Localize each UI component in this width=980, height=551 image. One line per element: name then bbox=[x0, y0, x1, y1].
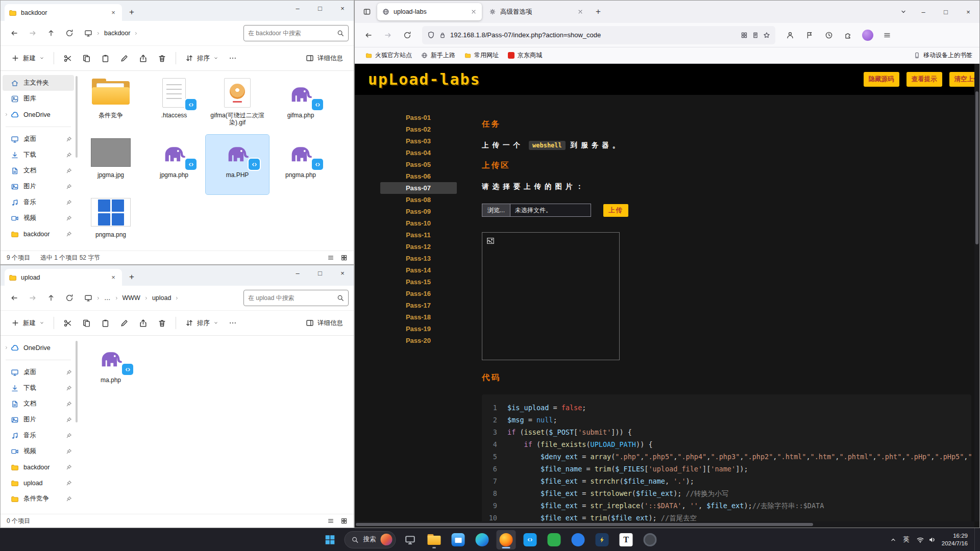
tracking-protection-icon[interactable] bbox=[427, 31, 435, 39]
breadcrumb-item[interactable]: … bbox=[104, 294, 111, 302]
new-tab-button[interactable]: + bbox=[125, 270, 138, 284]
profile-avatar[interactable] bbox=[859, 27, 876, 44]
share-button[interactable] bbox=[134, 315, 152, 331]
tab-upload-labs[interactable]: upload-labs bbox=[377, 3, 482, 20]
sidebar-item-音乐[interactable]: 音乐 bbox=[3, 428, 74, 443]
file-ma.php[interactable]: ma.php bbox=[79, 340, 142, 399]
taskbar-app-dark-app[interactable] bbox=[641, 530, 660, 549]
breadcrumb-item[interactable]: WWW bbox=[122, 294, 140, 302]
search-box[interactable] bbox=[243, 290, 349, 306]
address-bar[interactable] bbox=[422, 26, 775, 44]
expand-chevron-icon[interactable] bbox=[4, 112, 9, 117]
pocket-button[interactable] bbox=[801, 27, 818, 44]
cut-button[interactable] bbox=[59, 51, 77, 66]
forward-button[interactable] bbox=[379, 27, 397, 44]
nav-pass-02[interactable]: Pass-02 bbox=[380, 123, 457, 135]
view-hint-button[interactable]: 查看提示 bbox=[906, 72, 942, 87]
nav-pass-03[interactable]: Pass-03 bbox=[380, 135, 457, 147]
hide-source-button[interactable]: 隐藏源码 bbox=[864, 72, 899, 87]
clock[interactable]: 16:29 2024/7/16 bbox=[942, 532, 968, 547]
rename-button[interactable] bbox=[115, 315, 133, 331]
new-tab-button[interactable]: + bbox=[125, 6, 138, 19]
nav-pass-16[interactable]: Pass-16 bbox=[380, 288, 457, 299]
details-view-icon[interactable] bbox=[327, 254, 334, 261]
close-button[interactable]: × bbox=[331, 265, 354, 281]
new-button[interactable]: 新建 bbox=[7, 315, 49, 331]
language-indicator[interactable]: 英 bbox=[900, 535, 913, 544]
maximize-button[interactable]: □ bbox=[935, 1, 957, 23]
file-jpgma.jpg[interactable]: jpgma.jpg bbox=[79, 135, 142, 194]
bookmark-star-icon[interactable] bbox=[763, 32, 770, 39]
taskbar-app-bolt-app[interactable] bbox=[593, 530, 612, 549]
nav-pass-06[interactable]: Pass-06 bbox=[380, 170, 457, 182]
scrollbar-thumb[interactable] bbox=[975, 91, 978, 244]
taskbar-app-firefox[interactable] bbox=[497, 530, 516, 549]
nav-pass-12[interactable]: Pass-12 bbox=[380, 241, 457, 253]
file-gifma(可绕过二次渲染).gif[interactable]: gifma(可绕过二次渲染).gif bbox=[206, 75, 269, 135]
bookmark-京东商城[interactable]: 京东商城 bbox=[504, 49, 546, 62]
explorer-tab-backdoor[interactable]: backdoor × bbox=[5, 4, 122, 21]
sort-button[interactable]: 排序 bbox=[181, 51, 223, 66]
tab-close-icon[interactable] bbox=[577, 9, 583, 15]
maximize-button[interactable]: □ bbox=[309, 1, 331, 16]
volume-icon[interactable] bbox=[928, 536, 936, 544]
start-button[interactable] bbox=[321, 530, 340, 549]
close-button[interactable]: × bbox=[331, 1, 354, 16]
sidebar-item-图片[interactable]: 图片 bbox=[3, 412, 74, 428]
taskbar-app-file-explorer[interactable] bbox=[425, 530, 444, 549]
up-button[interactable] bbox=[42, 25, 60, 41]
taskbar-app-blue-app[interactable] bbox=[569, 530, 588, 549]
nav-pass-01[interactable]: Pass-01 bbox=[380, 112, 457, 123]
nav-pass-19[interactable]: Pass-19 bbox=[380, 323, 457, 335]
browse-button[interactable]: 浏览... bbox=[482, 204, 510, 216]
search-input[interactable] bbox=[248, 294, 337, 302]
bookmark-新手上路[interactable]: 新手上路 bbox=[418, 49, 459, 62]
more-button[interactable] bbox=[224, 51, 241, 66]
nav-pass-11[interactable]: Pass-11 bbox=[380, 229, 457, 241]
sidebar-item-桌面[interactable]: 桌面 bbox=[3, 364, 74, 380]
up-button[interactable] bbox=[42, 290, 60, 306]
back-button[interactable] bbox=[360, 27, 377, 44]
nav-pass-09[interactable]: Pass-09 bbox=[380, 206, 457, 217]
reader-mode-icon[interactable] bbox=[752, 32, 759, 39]
sidebar-scrollbar[interactable] bbox=[76, 76, 78, 158]
qr-scan-icon[interactable] bbox=[741, 32, 748, 39]
new-button[interactable]: 新建 bbox=[7, 51, 49, 66]
taskbar-app-edge[interactable] bbox=[473, 530, 492, 549]
close-button[interactable]: × bbox=[957, 1, 979, 23]
nav-pass-17[interactable]: Pass-17 bbox=[380, 299, 457, 311]
share-button[interactable] bbox=[134, 51, 152, 66]
scrollbar-thumb[interactable] bbox=[356, 523, 813, 526]
minimize-button[interactable]: – bbox=[286, 1, 309, 16]
taskbar-app-microsoft-store[interactable] bbox=[449, 530, 468, 549]
file-gifma.php[interactable]: gifma.php bbox=[269, 75, 332, 135]
menu-button[interactable] bbox=[878, 27, 896, 44]
details-pane-button[interactable]: 详细信息 bbox=[301, 51, 348, 66]
minimize-button[interactable]: – bbox=[912, 1, 935, 23]
sidebar-item-主文件夹[interactable]: 主文件夹 bbox=[3, 75, 74, 91]
file-.htaccess[interactable]: .htaccess bbox=[142, 75, 206, 135]
network-icon[interactable] bbox=[916, 536, 924, 544]
forward-button[interactable] bbox=[24, 25, 41, 41]
delete-button[interactable] bbox=[153, 315, 171, 331]
sidebar-item-条件竞争[interactable]: 条件竞争 bbox=[3, 491, 74, 507]
explorer-tab-upload[interactable]: upload × bbox=[5, 269, 122, 286]
sidebar-item-backdoor[interactable]: backdoor bbox=[3, 226, 74, 242]
tray-expand-button[interactable] bbox=[890, 536, 897, 543]
back-button[interactable] bbox=[6, 25, 23, 41]
search-input[interactable] bbox=[248, 30, 337, 37]
taskbar-app-typora[interactable]: T bbox=[617, 530, 636, 549]
tab-close-icon[interactable] bbox=[471, 9, 477, 15]
mobile-bookmarks[interactable]: 移动设备上的书签 bbox=[914, 51, 972, 60]
new-tab-button[interactable]: + bbox=[591, 4, 606, 19]
details-view-icon[interactable] bbox=[327, 517, 334, 524]
icons-view-icon[interactable] bbox=[340, 517, 348, 524]
sidebar-item-backdoor[interactable]: backdoor bbox=[3, 459, 74, 475]
file-jpgma.php[interactable]: jpgma.php bbox=[142, 135, 206, 194]
file-pngma.php[interactable]: pngma.php bbox=[269, 135, 332, 194]
nav-pass-13[interactable]: Pass-13 bbox=[380, 253, 457, 264]
tab-advanced-preferences[interactable]: 高级首选项 bbox=[484, 3, 589, 20]
sidebar-item-视频[interactable]: 视频 bbox=[3, 443, 74, 459]
icons-view-icon[interactable] bbox=[340, 254, 348, 261]
sidebar-item-图片[interactable]: 图片 bbox=[3, 179, 74, 194]
